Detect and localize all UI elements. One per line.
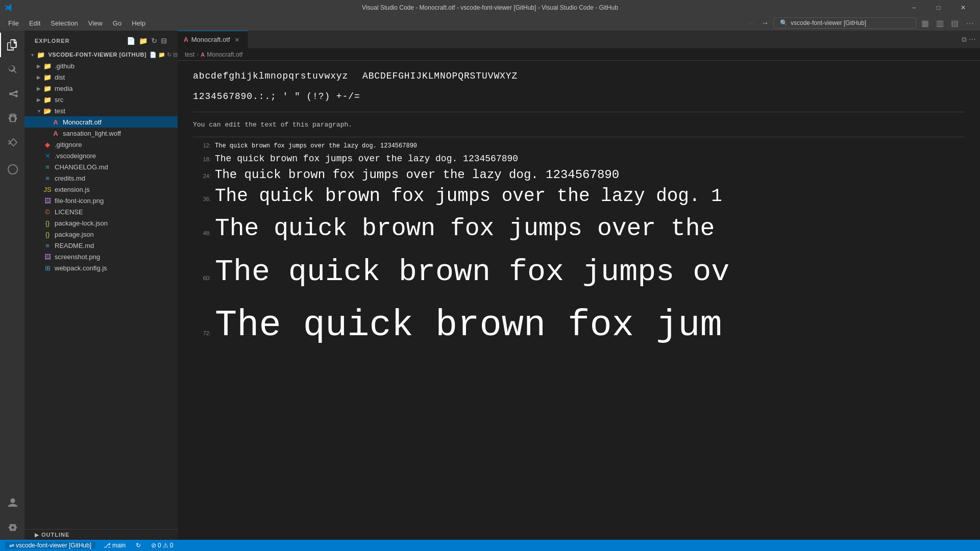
folder-label: media (55, 85, 72, 92)
more-options-button[interactable]: ⋯ (964, 18, 976, 28)
activity-source-control[interactable] (0, 82, 24, 106)
refresh-icon-inline[interactable]: ↻ (167, 52, 172, 58)
refresh-icon[interactable]: ↻ (151, 37, 158, 45)
tree-item-changelog[interactable]: ≡ CHANGELOG.md (24, 161, 178, 172)
search-value: vscode-font-viewer [GitHub] (791, 19, 866, 27)
back-button[interactable]: ← (747, 17, 757, 29)
tree-item-media[interactable]: ▶ 📁 media (24, 83, 178, 94)
alphabet-lower: abcdefghijklmnopqrstuvwxyz (193, 71, 348, 81)
branch-label: main (112, 542, 126, 549)
menu-selection[interactable]: Selection (46, 17, 82, 29)
more-tabs-icon[interactable]: ⋯ (969, 35, 976, 43)
new-folder-icon-inline[interactable]: 📁 (158, 52, 165, 58)
menu-go[interactable]: Go (109, 17, 126, 29)
tree-item-dist[interactable]: ▶ 📁 dist (24, 71, 178, 83)
new-folder-icon[interactable]: 📁 (139, 37, 148, 45)
preview-text-60: The quick brown fox jumps ov (215, 255, 729, 289)
new-file-icon[interactable]: 📄 (127, 37, 136, 45)
preview-text-24: The quick brown fox jumps over the lazy … (215, 168, 619, 182)
preview-text-72: The quick brown fox jum (215, 305, 722, 346)
woff-file-icon: A (51, 129, 60, 138)
remote-status-item[interactable]: ⇌ vscode-font-viewer [GitHub] (5, 542, 95, 549)
folder-open-icon: 📂 (43, 106, 52, 115)
tree-root-folder[interactable]: ▾ 📁 VSCODE-FONT-VIEWER [GITHUB] 📄 📁 ↻ ⊟ (24, 49, 178, 60)
layout-button-2[interactable]: ▥ (934, 18, 946, 28)
titlebar: Visual Studio Code - Monocraft.otf - vsc… (0, 0, 980, 15)
tree-item-screenshot[interactable]: 🖼 screenshot.png (24, 251, 178, 262)
png-icon: 🖼 (43, 252, 52, 261)
tree-item-src[interactable]: ▶ 📁 src (24, 94, 178, 105)
folder-icon: 📁 (43, 72, 52, 82)
tree-item-github[interactable]: ▶ 📁 .github (24, 60, 178, 71)
preview-text-12: The quick brown fox jumps over the lazy … (215, 142, 417, 149)
search-icon: 🔍 (780, 19, 788, 27)
menu-view[interactable]: View (84, 17, 107, 29)
layout-button-3[interactable]: ▤ (949, 18, 961, 28)
sync-status-item[interactable]: ↻ (134, 542, 143, 549)
activity-debug[interactable] (0, 106, 24, 131)
file-tree: ▾ 📁 VSCODE-FONT-VIEWER [GITHUB] 📄 📁 ↻ ⊟ … (24, 49, 178, 529)
minimize-button[interactable]: – (902, 0, 926, 15)
editable-text-container[interactable] (193, 117, 965, 132)
tree-item-readme[interactable]: ≡ README.md (24, 240, 178, 251)
preview-row-48: 48: The quick brown fox jumps over the (193, 215, 965, 242)
tree-item-package-json[interactable]: {} package.json (24, 229, 178, 240)
collapse-icon-inline[interactable]: ⊟ (173, 52, 178, 58)
tree-item-extension-js[interactable]: JS extension.js (24, 184, 178, 195)
tree-item-package-lock[interactable]: {} package-lock.json (24, 217, 178, 229)
branch-status-item[interactable]: ⎇ main (102, 542, 128, 549)
preview-row-24: 24: The quick brown fox jumps over the l… (193, 168, 965, 182)
editable-text-input[interactable] (193, 121, 965, 129)
breadcrumb-file[interactable]: Monocraft.otf (207, 51, 242, 58)
new-file-icon-inline[interactable]: 📄 (150, 52, 157, 58)
settings-icon (7, 522, 18, 533)
tree-item-test[interactable]: ▾ 📂 test (24, 105, 178, 116)
tab-close-button[interactable]: × (233, 36, 241, 44)
activitybar (0, 31, 24, 540)
activity-account[interactable] (0, 491, 24, 515)
split-editor-icon[interactable]: ⧉ (962, 35, 967, 44)
divider-2 (193, 137, 965, 137)
activity-search[interactable] (0, 57, 24, 82)
layout-button-1[interactable]: ▦ (919, 18, 931, 28)
outline-label: OUTLINE (41, 532, 69, 538)
errors-status-item[interactable]: ⊘ 0 ⚠ 0 (149, 542, 175, 549)
tree-item-file-font-icon[interactable]: 🖼 file-font-icon.png (24, 195, 178, 206)
activity-settings[interactable] (0, 515, 24, 540)
breadcrumb: test › A Monocraft.otf (178, 48, 980, 61)
breadcrumb-test[interactable]: test (185, 51, 194, 58)
menu-file[interactable]: File (4, 17, 23, 29)
tree-item-license[interactable]: © LICENSE (24, 206, 178, 217)
activity-remote[interactable] (0, 157, 24, 182)
folder-icon: 📁 (43, 84, 52, 93)
account-icon (7, 497, 18, 509)
file-label: README.md (55, 242, 94, 249)
search-bar[interactable]: 🔍 vscode-font-viewer [GitHub] (773, 17, 916, 29)
menu-edit[interactable]: Edit (25, 17, 44, 29)
folder-arrow-icon: ▶ (35, 97, 43, 103)
file-label: Monocraft.otf (63, 118, 102, 126)
svg-point-0 (8, 165, 17, 174)
tree-item-sansation-woff[interactable]: A sansation_light.woff (24, 128, 178, 139)
numbers-preview: 1234567890.:.; ' " (!?) +-/= (193, 91, 965, 102)
tree-item-gitignore[interactable]: ◆ .gitignore (24, 139, 178, 150)
restore-button[interactable]: □ (927, 0, 950, 15)
forward-button[interactable]: → (760, 17, 770, 29)
tab-monocraft-otf[interactable]: A Monocraft.otf × (178, 31, 248, 48)
font-viewer[interactable]: abcdefghijklmnopqrstuvwxyz ABCDEFGHIJKLM… (178, 61, 980, 540)
warning-icon: ⚠ (163, 542, 168, 549)
collapse-icon[interactable]: ⊟ (161, 37, 167, 45)
activity-extensions[interactable] (0, 131, 24, 155)
tree-item-credits[interactable]: ≡ credits.md (24, 172, 178, 184)
tree-item-vscodeignore[interactable]: ✕ .vscodeignore (24, 150, 178, 161)
tab-label: Monocraft.otf (191, 36, 230, 43)
statusbar: ⇌ vscode-font-viewer [GitHub] ⎇ main ↻ ⊘… (0, 540, 980, 551)
menu-help[interactable]: Help (128, 17, 150, 29)
close-button[interactable]: ✕ (951, 0, 975, 15)
tree-item-monocraft-otf[interactable]: A Monocraft.otf (24, 116, 178, 128)
outline-section[interactable]: ▶ OUTLINE (24, 529, 178, 540)
tree-item-webpack[interactable]: ⊞ webpack.config.js (24, 262, 178, 273)
license-icon: © (43, 207, 52, 216)
activity-explorer[interactable] (0, 33, 24, 57)
source-control-icon (7, 88, 18, 99)
